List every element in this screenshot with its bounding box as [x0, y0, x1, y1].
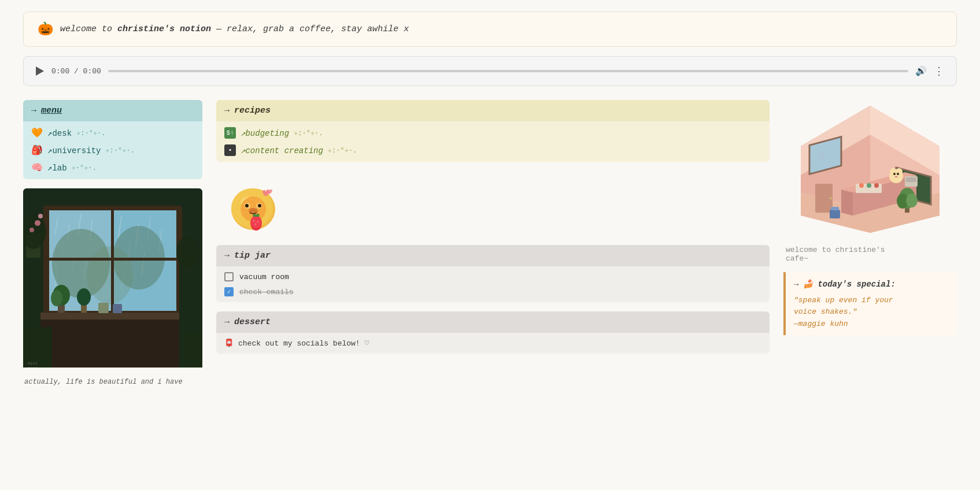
svg-point-77: [893, 173, 896, 175]
recipes-section: → recipes $↑ ↗budgeting ✧:·°✧·. ▪ ↗conte…: [216, 100, 770, 162]
recipes-items-list: $↑ ↗budgeting ✧:·°✧·. ▪ ↗content creatin…: [216, 121, 770, 162]
svg-rect-26: [40, 313, 185, 320]
socials-text: check out my socials below! ♡: [238, 339, 369, 348]
lab-link[interactable]: ↗lab: [47, 163, 67, 173]
dessert-arrow-icon: →: [224, 317, 230, 327]
dessert-header: → dessert: [216, 311, 770, 333]
scene-image: mini moss: [23, 188, 202, 370]
svg-point-59: [255, 224, 256, 225]
vacuum-label: vacuum room: [239, 273, 289, 281]
play-button[interactable]: [35, 66, 45, 76]
menu-label: menu: [41, 106, 62, 116]
right-column: ♡: [783, 100, 957, 335]
content-sparkle: ✧:·°✧·.: [328, 146, 357, 155]
dessert-items-list: 📮 check out my socials below! ♡: [216, 333, 770, 354]
middle-column: → recipes $↑ ↗budgeting ✧:·°✧·. ▪ ↗conte…: [216, 100, 770, 354]
desk-sparkle: ✧:·°✧·.: [76, 129, 105, 138]
svg-rect-33: [113, 304, 122, 313]
university-sparkle: ✧:·°✧·.: [105, 146, 134, 155]
scene-caption: actually, life is beautiful and i have: [23, 374, 202, 389]
menu-item-lab[interactable]: 🧠 ↗lab ✧·°✧·.: [31, 162, 194, 173]
todo-emails: ✓ check emails: [224, 287, 761, 296]
svg-rect-25: [49, 258, 176, 261]
special-header: → 🍰 today's special:: [794, 279, 949, 289]
header-emoji: 🎃: [38, 21, 53, 37]
play-triangle-icon: [36, 66, 44, 76]
svg-point-90: [906, 194, 918, 207]
tipjar-items-list: vacuum room ✓ check emails: [216, 266, 770, 302]
svg-point-82: [859, 183, 864, 188]
svg-point-84: [874, 183, 879, 188]
emails-checkbox[interactable]: ✓: [224, 287, 234, 296]
header-text: welcome to christine's notion — relax, g…: [60, 24, 409, 34]
dessert-label: dessert: [234, 317, 271, 327]
main-layout: → menu 🧡 ↗desk ✧:·°✧·. 🎒 ↗university ✧:·…: [23, 100, 957, 389]
special-emoji: 🍰: [803, 279, 813, 289]
audio-player: 0:00 / 0:00 🔊 ⋮: [23, 56, 957, 86]
cafe-image-container: ♡: [783, 100, 957, 239]
menu-item-university[interactable]: 🎒 ↗university ✧:·°✧·.: [31, 144, 194, 156]
svg-point-76: [896, 168, 903, 175]
vacuum-checkbox[interactable]: [224, 272, 234, 281]
svg-point-56: [251, 216, 261, 228]
university-link[interactable]: ↗university: [47, 146, 101, 155]
sticker-svg: [224, 179, 282, 237]
special-quote: "speak up even if your voice shakes.": [794, 295, 949, 317]
audio-volume-icon[interactable]: 🔊: [915, 65, 927, 77]
svg-point-53: [258, 204, 261, 207]
menu-arrow-icon: →: [31, 106, 36, 116]
desk-link[interactable]: ↗desk: [47, 128, 72, 138]
svg-point-57: [253, 220, 254, 221]
audio-time: 0:00 / 0:00: [51, 67, 101, 76]
tipjar-arrow-icon: →: [224, 251, 230, 261]
svg-point-86: [830, 197, 832, 199]
cafe-welcome-text: welcome to christine's cafe~: [783, 246, 957, 263]
emails-label: check emails: [239, 288, 294, 296]
recipe-item-content[interactable]: ▪ ↗content creating ✧:·°✧·.: [224, 144, 761, 156]
svg-point-83: [867, 183, 871, 188]
dessert-section: → dessert 📮 check out my socials below! …: [216, 311, 770, 354]
budgeting-sparkle: ✧:·°✧·.: [294, 129, 323, 138]
svg-rect-32: [98, 303, 109, 313]
svg-point-29: [51, 290, 62, 306]
content-link[interactable]: ↗content creating: [241, 146, 323, 155]
svg-point-41: [176, 236, 199, 268]
header-banner: 🎃 welcome to christine's notion — relax,…: [23, 12, 957, 47]
tipjar-section: → tip jar vacuum room ✓ check emails: [216, 245, 770, 302]
svg-point-38: [29, 228, 34, 232]
svg-text:mini: mini: [28, 361, 38, 366]
menu-item-desk[interactable]: 🧡 ↗desk ✧:·°✧·.: [31, 127, 194, 139]
socials-item: 📮 check out my socials below! ♡: [224, 339, 761, 348]
svg-rect-43: [185, 333, 202, 368]
svg-rect-91: [830, 210, 840, 218]
special-label: today's special:: [818, 280, 895, 289]
budgeting-link[interactable]: ↗budgeting: [241, 128, 289, 138]
svg-point-31: [77, 288, 91, 306]
special-author: —maggie kuhn: [794, 320, 949, 328]
menu-header: → menu: [23, 100, 202, 121]
sticker-area: [216, 171, 770, 245]
content-icon: ▪: [224, 144, 236, 156]
audio-progress-bar[interactable]: [108, 70, 908, 72]
todo-vacuum: vacuum room: [224, 272, 761, 281]
svg-rect-80: [906, 177, 916, 182]
university-emoji-icon: 🎒: [31, 144, 43, 156]
lab-emoji-icon: 🧠: [31, 162, 43, 173]
desk-emoji-icon: 🧡: [31, 127, 43, 139]
audio-more-button[interactable]: ⋮: [934, 65, 945, 77]
menu-section: → menu 🧡 ↗desk ✧:·°✧·. 🎒 ↗university ✧:·…: [23, 100, 202, 179]
svg-marker-72: [841, 190, 853, 216]
svg-point-78: [897, 173, 899, 175]
socials-icon: 📮: [224, 339, 234, 348]
svg-text:moss: moss: [28, 366, 38, 368]
recipes-label: recipes: [234, 106, 271, 116]
lab-sparkle: ✧·°✧·.: [72, 164, 97, 172]
svg-point-58: [257, 221, 258, 222]
special-arrow-icon: →: [794, 280, 798, 289]
left-column: → menu 🧡 ↗desk ✧:·°✧·. 🎒 ↗university ✧:·…: [23, 100, 202, 389]
recipes-header: → recipes: [216, 100, 770, 121]
scene-svg: mini moss: [23, 188, 202, 368]
special-section: → 🍰 today's special: "speak up even if y…: [783, 272, 957, 335]
svg-text:♡: ♡: [819, 150, 825, 162]
recipe-item-budgeting[interactable]: $↑ ↗budgeting ✧:·°✧·.: [224, 127, 761, 139]
